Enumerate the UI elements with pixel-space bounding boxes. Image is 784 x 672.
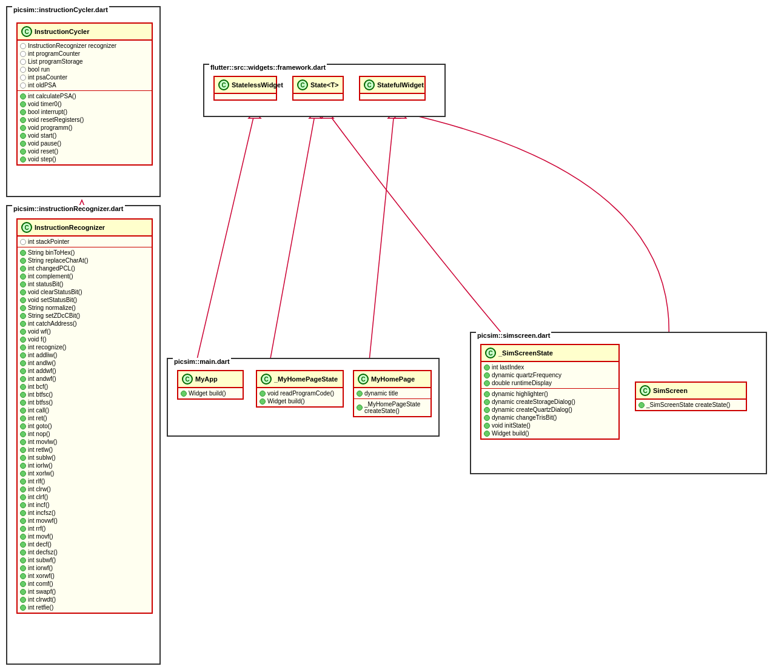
method-item: int recognize() (20, 343, 149, 351)
class-name-state-t: State<T> (310, 81, 338, 89)
method-item: int complement() (20, 272, 149, 280)
field-icon (484, 365, 490, 371)
method-icon (20, 360, 26, 366)
class-name-instruction-cycler: InstructionCycler (35, 28, 89, 35)
method-item: int incfsz() (20, 509, 149, 517)
body-state-t (293, 93, 343, 99)
package-instruction-cycler: picsim::instructionCycler.dart C Instruc… (6, 6, 161, 197)
method-icon (20, 368, 26, 374)
class-header-state-t: C State<T> (293, 77, 343, 93)
method-item: int calculatePSA() (20, 92, 149, 100)
methods-sim-screen: _SimScreenState createState() (636, 399, 746, 410)
method-icon (20, 494, 26, 500)
fields-instruction-cycler: InstructionRecognizer recognizer int pro… (18, 40, 152, 90)
method-item: void programm() (20, 124, 149, 132)
method-item: dynamic createQuartzDialog() (484, 406, 616, 414)
field-icon (20, 239, 26, 245)
field-item: double runtimeDisplay (484, 379, 616, 387)
class-my-home-page-state: C _MyHomePageState void readProgramCode(… (256, 370, 344, 408)
method-item: int swapf() (20, 588, 149, 596)
class-icon-instruction-cycler: C (21, 26, 32, 37)
method-icon (20, 109, 26, 115)
method-icon (20, 549, 26, 556)
svg-line-4 (266, 112, 315, 385)
method-icon (484, 423, 490, 429)
field-item: int oldPSA (20, 81, 149, 89)
method-item: int iorlw() (20, 462, 149, 469)
method-item: int decfsz() (20, 548, 149, 556)
class-my-home-page: C MyHomePage dynamic title _MyHomePageSt… (353, 370, 432, 417)
method-icon (20, 117, 26, 123)
class-header-my-app: C MyApp (178, 371, 243, 388)
method-icon (20, 565, 26, 571)
class-icon-stateless-widget: C (218, 79, 229, 90)
method-item: int clrf() (20, 493, 149, 501)
method-item: void pause() (20, 139, 149, 147)
method-item: int decf() (20, 540, 149, 548)
method-item: bool interrupt() (20, 108, 149, 116)
field-item: InstructionRecognizer recognizer (20, 42, 149, 50)
field-item: int psaCounter (20, 73, 149, 81)
method-item: dynamic changeTrisBit() (484, 414, 616, 422)
method-icon (20, 431, 26, 437)
class-header-stateless-widget: C StatelessWidget (215, 77, 276, 93)
fields-sim-screen-state: int lastIndex dynamic quartzFrequency do… (481, 361, 618, 388)
method-icon (20, 526, 26, 532)
method-item: int xorwf() (20, 572, 149, 580)
method-icon (260, 391, 266, 397)
method-item: void initState() (484, 422, 616, 429)
package-label-instruction-recognizer: picsim::instructionRecognizer.dart (12, 205, 125, 212)
method-item: int andwf() (20, 375, 149, 383)
method-icon (20, 266, 26, 272)
method-item: int rrf() (20, 525, 149, 533)
method-item: int btfss() (20, 398, 149, 406)
method-icon (20, 384, 26, 390)
method-icon (20, 597, 26, 603)
svg-line-6 (367, 112, 394, 385)
diagram-container: picsim::instructionCycler.dart C Instruc… (0, 0, 784, 672)
class-icon-stateful-widget: C (364, 79, 375, 90)
method-icon (20, 557, 26, 563)
field-item: dynamic title (357, 389, 428, 397)
method-icon (20, 605, 26, 611)
method-item: int btfsc() (20, 391, 149, 398)
method-item: void reset() (20, 147, 149, 155)
methods-instruction-cycler: int calculatePSA() void timer0() bool in… (18, 90, 152, 164)
method-icon (20, 447, 26, 453)
method-icon (20, 274, 26, 280)
method-item: int statusBit() (20, 280, 149, 288)
field-icon (357, 391, 363, 397)
method-icon (20, 133, 26, 139)
class-icon-my-home-page-state: C (261, 374, 272, 385)
method-icon (20, 542, 26, 548)
method-item: String normalize() (20, 304, 149, 312)
method-icon (20, 344, 26, 351)
method-item: String setZDcCBit() (20, 312, 149, 320)
method-item: void clearStatusBit() (20, 288, 149, 296)
method-icon (20, 141, 26, 147)
class-name-my-home-page-state: _MyHomePageState (274, 375, 338, 383)
class-name-sim-screen: SimScreen (653, 387, 688, 394)
method-item: _SimScreenState createState() (638, 401, 743, 409)
method-icon (20, 329, 26, 335)
method-icon (20, 408, 26, 414)
class-state-t: C State<T> (292, 76, 344, 101)
class-name-my-home-page: MyHomePage (371, 375, 415, 383)
method-icon (20, 486, 26, 492)
method-icon (20, 352, 26, 358)
method-item: void setStatusBit() (20, 296, 149, 304)
method-item: int retlw() (20, 446, 149, 454)
svg-line-2 (191, 112, 255, 385)
package-simscreen: picsim::simscreen.dart C _SimScreenState… (470, 332, 767, 474)
class-icon-instruction-recognizer: C (21, 222, 32, 233)
class-name-sim-screen-state: _SimScreenState (498, 349, 553, 357)
method-icon (20, 518, 26, 524)
class-icon-state-t: C (297, 79, 308, 90)
method-item: int movlw() (20, 438, 149, 446)
method-icon (20, 581, 26, 587)
methods-my-app: Widget build() (178, 388, 243, 398)
method-item: _MyHomePageState createState() (357, 400, 428, 415)
class-header-sim-screen-state: C _SimScreenState (481, 345, 618, 361)
method-item: void wf() (20, 328, 149, 335)
class-name-instruction-recognizer: InstructionRecognizer (35, 224, 105, 231)
